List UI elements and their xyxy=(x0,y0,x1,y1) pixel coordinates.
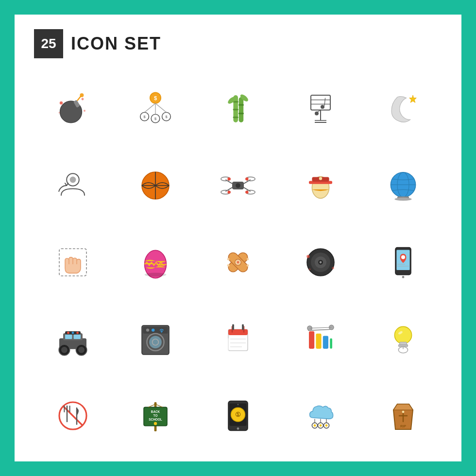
svg-point-90 xyxy=(401,255,405,259)
svg-rect-123 xyxy=(309,331,314,349)
bomb-icon xyxy=(34,73,112,145)
svg-rect-24 xyxy=(238,104,244,105)
svg-point-84 xyxy=(306,255,309,258)
svg-point-57 xyxy=(245,190,248,193)
baby-pacifier-icon xyxy=(364,303,442,375)
back-to-school-icon: BACK TO SCHOOL xyxy=(117,380,194,452)
svg-rect-21 xyxy=(233,109,238,110)
svg-rect-96 xyxy=(74,334,81,339)
svg-point-67 xyxy=(394,198,411,201)
user-refresh-icon xyxy=(34,150,112,221)
svg-point-38 xyxy=(315,112,319,116)
header: 25 ICON SET xyxy=(34,29,442,58)
washing-machine-icon xyxy=(117,303,194,375)
svg-text:$: $ xyxy=(154,95,157,101)
svg-rect-121 xyxy=(232,324,234,330)
easter-egg-icon xyxy=(117,226,194,298)
globe-icon xyxy=(364,150,442,221)
police-car-icon xyxy=(34,303,112,375)
svg-rect-124 xyxy=(316,334,321,349)
mobile-location-icon xyxy=(364,226,442,298)
svg-point-41 xyxy=(70,177,76,183)
svg-text:BACK: BACK xyxy=(151,410,160,413)
svg-point-166 xyxy=(320,425,322,427)
bamboo-icon xyxy=(199,73,277,145)
svg-line-32 xyxy=(324,98,325,106)
svg-text:SCHOOL: SCHOOL xyxy=(149,418,162,421)
svg-point-98 xyxy=(67,332,69,334)
basketball-icon xyxy=(117,150,194,221)
svg-rect-125 xyxy=(323,336,328,349)
svg-point-74 xyxy=(237,261,239,264)
svg-point-104 xyxy=(78,347,85,353)
money-network-icon: $ $ $ $ xyxy=(117,73,194,145)
svg-rect-95 xyxy=(65,334,72,339)
svg-point-156 xyxy=(237,404,238,405)
svg-point-99 xyxy=(72,332,74,334)
svg-point-77 xyxy=(247,258,249,260)
svg-point-107 xyxy=(146,328,149,331)
svg-rect-126 xyxy=(330,338,332,349)
svg-point-86 xyxy=(309,268,311,270)
svg-point-58 xyxy=(236,183,240,188)
svg-line-138 xyxy=(63,406,83,425)
svg-text:$: $ xyxy=(154,117,157,121)
svg-point-55 xyxy=(245,177,248,180)
svg-text:$: $ xyxy=(165,115,168,119)
calendar-icon xyxy=(199,303,277,375)
svg-point-54 xyxy=(227,177,230,180)
xylophone-icon xyxy=(282,303,359,375)
svg-point-85 xyxy=(332,267,334,270)
drone-icon xyxy=(199,150,277,221)
bandage-icon xyxy=(199,226,277,298)
header-title: ICON SET xyxy=(71,34,161,54)
svg-text:$: $ xyxy=(143,115,146,119)
svg-point-110 xyxy=(149,336,162,349)
svg-point-5 xyxy=(58,112,60,113)
svg-rect-122 xyxy=(242,324,244,330)
mobile-coin-icon: ① xyxy=(199,380,277,452)
svg-rect-114 xyxy=(228,329,248,335)
header-number: 25 xyxy=(34,29,63,58)
svg-point-62 xyxy=(319,177,322,180)
icon-grid: $ $ $ $ xyxy=(34,73,442,452)
svg-point-4 xyxy=(84,110,85,112)
svg-text:RIP: RIP xyxy=(400,424,406,428)
svg-point-89 xyxy=(402,276,405,278)
svg-point-83 xyxy=(320,261,322,264)
easter-egg-hat-icon xyxy=(282,150,359,221)
svg-point-31 xyxy=(321,105,324,109)
svg-point-167 xyxy=(325,425,328,427)
svg-line-130 xyxy=(310,327,332,328)
svg-point-155 xyxy=(237,427,239,430)
svg-point-108 xyxy=(152,328,154,331)
no-food-icon xyxy=(34,380,112,452)
svg-rect-28 xyxy=(311,95,330,110)
card: 25 ICON SET $ $ xyxy=(15,15,461,461)
svg-line-6 xyxy=(78,96,81,100)
coffin-icon: RIP xyxy=(364,380,442,452)
svg-marker-39 xyxy=(409,95,416,102)
music-stand-icon xyxy=(282,73,359,145)
svg-point-70 xyxy=(145,273,167,277)
svg-text:①: ① xyxy=(235,411,241,418)
svg-point-165 xyxy=(314,425,316,427)
moon-star-icon xyxy=(364,73,442,145)
svg-line-16 xyxy=(145,103,155,112)
svg-rect-22 xyxy=(233,117,238,118)
svg-point-7 xyxy=(80,93,84,97)
svg-point-76 xyxy=(227,264,230,267)
svg-point-102 xyxy=(61,347,68,353)
svg-point-78 xyxy=(247,264,249,267)
svg-point-112 xyxy=(161,331,162,332)
hand-gesture-icon xyxy=(34,226,112,298)
svg-point-56 xyxy=(227,190,230,193)
svg-point-100 xyxy=(76,332,79,334)
svg-point-171 xyxy=(402,411,405,413)
disc-icon xyxy=(282,226,359,298)
svg-text:TO: TO xyxy=(153,414,158,417)
cloud-network-icon xyxy=(282,380,359,452)
svg-line-18 xyxy=(155,103,166,112)
svg-rect-23 xyxy=(239,97,244,122)
svg-point-150 xyxy=(154,422,157,425)
